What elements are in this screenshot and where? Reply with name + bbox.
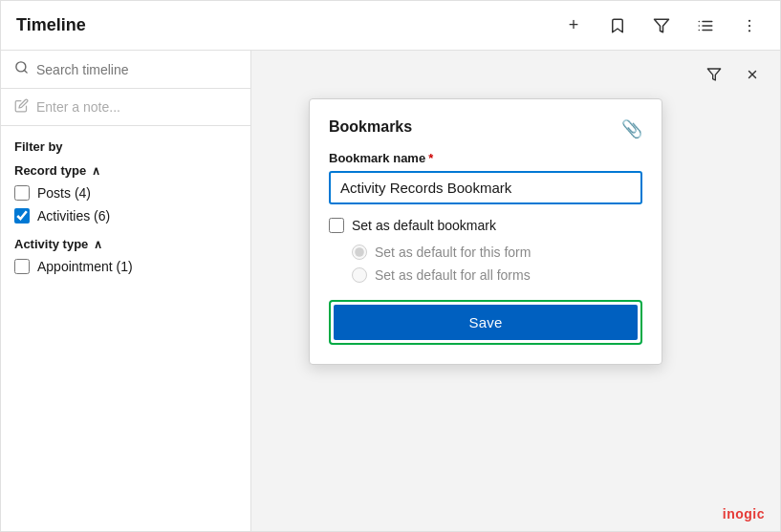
- radio-all-forms-label: Set as default for all forms: [375, 267, 531, 283]
- main-content: Bookmarks 📎 Bookmark name * Set as defau…: [251, 51, 780, 531]
- search-input[interactable]: [36, 62, 237, 77]
- chevron-up-icon: ∧: [92, 164, 100, 178]
- save-button-wrapper: Save: [329, 300, 642, 345]
- activity-type-heading: Activity type ∧: [14, 237, 237, 251]
- svg-marker-0: [655, 19, 669, 32]
- default-bookmark-row: Set as default bookmark: [329, 218, 642, 233]
- inogic-branding: inogic: [723, 506, 765, 521]
- svg-line-11: [24, 70, 27, 73]
- svg-point-9: [748, 30, 750, 32]
- appointment-filter-item: Appointment (1): [14, 259, 237, 274]
- header-actions: +: [558, 11, 765, 41]
- svg-point-8: [748, 24, 750, 26]
- add-button[interactable]: +: [558, 11, 589, 41]
- radio-this-form: Set as default for this form: [352, 245, 642, 260]
- filter-section: Filter by Record type ∧ Posts (4) Activi…: [1, 126, 250, 531]
- page-title: Timeline: [16, 15, 86, 35]
- edit-icon: [14, 98, 29, 116]
- close-toolbar-button[interactable]: [738, 60, 767, 89]
- filter-header-button[interactable]: [646, 11, 677, 41]
- body: Enter a note... Filter by Record type ∧ …: [1, 51, 780, 531]
- svg-marker-12: [707, 69, 720, 80]
- activities-label: Activities (6): [37, 208, 110, 223]
- posts-checkbox[interactable]: [14, 185, 30, 201]
- toolbar-row: [251, 51, 780, 98]
- appointment-checkbox[interactable]: [14, 259, 30, 274]
- radio-this-form-input[interactable]: [352, 245, 367, 260]
- activities-checkbox[interactable]: [14, 208, 30, 223]
- attachment-icon: 📎: [621, 118, 642, 139]
- radio-all-forms-input[interactable]: [352, 267, 367, 283]
- more-button[interactable]: [734, 11, 765, 41]
- default-bookmark-label: Set as default bookmark: [352, 218, 496, 233]
- note-box: Enter a note...: [1, 89, 250, 126]
- chevron-up-icon-2: ∧: [94, 238, 102, 251]
- filter-group-activity-type: Activity type ∧ Appointment (1): [14, 237, 237, 274]
- record-type-heading: Record type ∧: [14, 163, 237, 178]
- sidebar: Enter a note... Filter by Record type ∧ …: [1, 51, 251, 531]
- save-button[interactable]: Save: [334, 305, 638, 340]
- note-placeholder: Enter a note...: [36, 99, 120, 115]
- main-panel: Timeline +: [0, 0, 781, 532]
- activities-filter-item: Activities (6): [14, 208, 237, 223]
- filter-by-label: Filter by: [14, 139, 237, 154]
- radio-group: Set as default for this form Set as defa…: [329, 245, 642, 283]
- filter-toolbar-button[interactable]: [700, 60, 728, 89]
- popup-header-row: Bookmarks 📎: [329, 118, 642, 151]
- posts-filter-item: Posts (4): [14, 185, 237, 201]
- search-icon: [14, 60, 29, 78]
- bookmark-popup: Bookmarks 📎 Bookmark name * Set as defau…: [309, 98, 662, 365]
- default-bookmark-checkbox[interactable]: [329, 218, 344, 233]
- appointment-label: Appointment (1): [37, 259, 133, 274]
- required-indicator: *: [428, 151, 433, 165]
- radio-this-form-label: Set as default for this form: [375, 245, 531, 260]
- header: Timeline +: [1, 1, 780, 51]
- filter-group-record-type: Record type ∧ Posts (4) Activities (6): [14, 163, 237, 223]
- bookmark-button[interactable]: [602, 11, 633, 41]
- search-box: [1, 51, 250, 89]
- svg-point-7: [748, 19, 750, 21]
- posts-label: Posts (4): [37, 185, 91, 201]
- sort-button[interactable]: [690, 11, 721, 41]
- bookmark-name-input[interactable]: [329, 171, 642, 204]
- popup-title: Bookmarks: [329, 118, 412, 136]
- radio-all-forms: Set as default for all forms: [352, 267, 642, 283]
- bookmark-name-label: Bookmark name *: [329, 151, 642, 165]
